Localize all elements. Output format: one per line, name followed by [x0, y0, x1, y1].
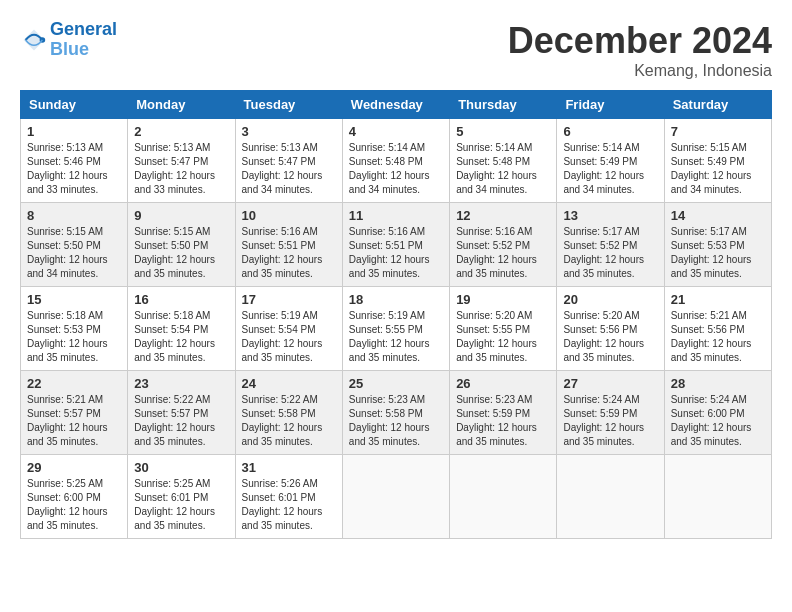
day-info: Sunrise: 5:18 AMSunset: 5:53 PMDaylight:… — [27, 309, 121, 365]
calendar-cell: 16 Sunrise: 5:18 AMSunset: 5:54 PMDaylig… — [128, 287, 235, 371]
calendar-cell — [342, 455, 449, 539]
calendar-week-4: 22 Sunrise: 5:21 AMSunset: 5:57 PMDaylig… — [21, 371, 772, 455]
day-info: Sunrise: 5:19 AMSunset: 5:55 PMDaylight:… — [349, 309, 443, 365]
calendar-cell — [557, 455, 664, 539]
day-info: Sunrise: 5:13 AMSunset: 5:47 PMDaylight:… — [134, 141, 228, 197]
day-info: Sunrise: 5:24 AMSunset: 6:00 PMDaylight:… — [671, 393, 765, 449]
day-number: 5 — [456, 124, 550, 139]
col-tuesday: Tuesday — [235, 91, 342, 119]
location: Kemang, Indonesia — [508, 62, 772, 80]
calendar-cell: 27 Sunrise: 5:24 AMSunset: 5:59 PMDaylig… — [557, 371, 664, 455]
day-info: Sunrise: 5:23 AMSunset: 5:59 PMDaylight:… — [456, 393, 550, 449]
day-number: 16 — [134, 292, 228, 307]
calendar-cell: 10 Sunrise: 5:16 AMSunset: 5:51 PMDaylig… — [235, 203, 342, 287]
calendar-cell: 21 Sunrise: 5:21 AMSunset: 5:56 PMDaylig… — [664, 287, 771, 371]
day-number: 14 — [671, 208, 765, 223]
col-thursday: Thursday — [450, 91, 557, 119]
day-number: 3 — [242, 124, 336, 139]
day-info: Sunrise: 5:16 AMSunset: 5:52 PMDaylight:… — [456, 225, 550, 281]
calendar-cell: 2 Sunrise: 5:13 AMSunset: 5:47 PMDayligh… — [128, 119, 235, 203]
page-header: General Blue December 2024 Kemang, Indon… — [20, 20, 772, 80]
day-number: 6 — [563, 124, 657, 139]
calendar-cell: 14 Sunrise: 5:17 AMSunset: 5:53 PMDaylig… — [664, 203, 771, 287]
calendar-cell: 25 Sunrise: 5:23 AMSunset: 5:58 PMDaylig… — [342, 371, 449, 455]
day-number: 13 — [563, 208, 657, 223]
calendar-cell: 20 Sunrise: 5:20 AMSunset: 5:56 PMDaylig… — [557, 287, 664, 371]
col-saturday: Saturday — [664, 91, 771, 119]
calendar-cell: 8 Sunrise: 5:15 AMSunset: 5:50 PMDayligh… — [21, 203, 128, 287]
logo: General Blue — [20, 20, 117, 60]
day-number: 11 — [349, 208, 443, 223]
day-number: 23 — [134, 376, 228, 391]
calendar-week-1: 1 Sunrise: 5:13 AMSunset: 5:46 PMDayligh… — [21, 119, 772, 203]
day-number: 22 — [27, 376, 121, 391]
day-info: Sunrise: 5:15 AMSunset: 5:50 PMDaylight:… — [27, 225, 121, 281]
day-number: 27 — [563, 376, 657, 391]
day-number: 28 — [671, 376, 765, 391]
calendar-cell: 24 Sunrise: 5:22 AMSunset: 5:58 PMDaylig… — [235, 371, 342, 455]
calendar-week-2: 8 Sunrise: 5:15 AMSunset: 5:50 PMDayligh… — [21, 203, 772, 287]
day-info: Sunrise: 5:25 AMSunset: 6:01 PMDaylight:… — [134, 477, 228, 533]
day-info: Sunrise: 5:25 AMSunset: 6:00 PMDaylight:… — [27, 477, 121, 533]
day-info: Sunrise: 5:13 AMSunset: 5:46 PMDaylight:… — [27, 141, 121, 197]
day-info: Sunrise: 5:24 AMSunset: 5:59 PMDaylight:… — [563, 393, 657, 449]
calendar-week-3: 15 Sunrise: 5:18 AMSunset: 5:53 PMDaylig… — [21, 287, 772, 371]
calendar-cell: 6 Sunrise: 5:14 AMSunset: 5:49 PMDayligh… — [557, 119, 664, 203]
day-info: Sunrise: 5:15 AMSunset: 5:49 PMDaylight:… — [671, 141, 765, 197]
calendar-cell: 26 Sunrise: 5:23 AMSunset: 5:59 PMDaylig… — [450, 371, 557, 455]
calendar-cell: 30 Sunrise: 5:25 AMSunset: 6:01 PMDaylig… — [128, 455, 235, 539]
header-row: Sunday Monday Tuesday Wednesday Thursday… — [21, 91, 772, 119]
month-title: December 2024 — [508, 20, 772, 62]
calendar-cell: 15 Sunrise: 5:18 AMSunset: 5:53 PMDaylig… — [21, 287, 128, 371]
day-info: Sunrise: 5:22 AMSunset: 5:58 PMDaylight:… — [242, 393, 336, 449]
day-info: Sunrise: 5:21 AMSunset: 5:57 PMDaylight:… — [27, 393, 121, 449]
col-sunday: Sunday — [21, 91, 128, 119]
day-number: 29 — [27, 460, 121, 475]
calendar-cell: 28 Sunrise: 5:24 AMSunset: 6:00 PMDaylig… — [664, 371, 771, 455]
calendar-cell: 4 Sunrise: 5:14 AMSunset: 5:48 PMDayligh… — [342, 119, 449, 203]
day-number: 8 — [27, 208, 121, 223]
day-number: 30 — [134, 460, 228, 475]
calendar-cell: 19 Sunrise: 5:20 AMSunset: 5:55 PMDaylig… — [450, 287, 557, 371]
day-number: 17 — [242, 292, 336, 307]
calendar-cell: 1 Sunrise: 5:13 AMSunset: 5:46 PMDayligh… — [21, 119, 128, 203]
day-number: 19 — [456, 292, 550, 307]
day-info: Sunrise: 5:14 AMSunset: 5:49 PMDaylight:… — [563, 141, 657, 197]
calendar-cell: 17 Sunrise: 5:19 AMSunset: 5:54 PMDaylig… — [235, 287, 342, 371]
day-number: 1 — [27, 124, 121, 139]
day-number: 9 — [134, 208, 228, 223]
calendar-cell: 12 Sunrise: 5:16 AMSunset: 5:52 PMDaylig… — [450, 203, 557, 287]
day-number: 20 — [563, 292, 657, 307]
day-info: Sunrise: 5:19 AMSunset: 5:54 PMDaylight:… — [242, 309, 336, 365]
logo-text: General Blue — [50, 20, 117, 60]
calendar-cell — [664, 455, 771, 539]
day-info: Sunrise: 5:14 AMSunset: 5:48 PMDaylight:… — [349, 141, 443, 197]
calendar-cell — [450, 455, 557, 539]
calendar-cell: 29 Sunrise: 5:25 AMSunset: 6:00 PMDaylig… — [21, 455, 128, 539]
calendar-cell: 22 Sunrise: 5:21 AMSunset: 5:57 PMDaylig… — [21, 371, 128, 455]
calendar-cell: 13 Sunrise: 5:17 AMSunset: 5:52 PMDaylig… — [557, 203, 664, 287]
calendar-cell: 11 Sunrise: 5:16 AMSunset: 5:51 PMDaylig… — [342, 203, 449, 287]
calendar-cell: 7 Sunrise: 5:15 AMSunset: 5:49 PMDayligh… — [664, 119, 771, 203]
calendar-week-5: 29 Sunrise: 5:25 AMSunset: 6:00 PMDaylig… — [21, 455, 772, 539]
day-number: 26 — [456, 376, 550, 391]
day-number: 31 — [242, 460, 336, 475]
day-number: 18 — [349, 292, 443, 307]
day-info: Sunrise: 5:20 AMSunset: 5:56 PMDaylight:… — [563, 309, 657, 365]
day-info: Sunrise: 5:16 AMSunset: 5:51 PMDaylight:… — [242, 225, 336, 281]
day-number: 25 — [349, 376, 443, 391]
col-monday: Monday — [128, 91, 235, 119]
day-info: Sunrise: 5:17 AMSunset: 5:52 PMDaylight:… — [563, 225, 657, 281]
day-info: Sunrise: 5:18 AMSunset: 5:54 PMDaylight:… — [134, 309, 228, 365]
day-info: Sunrise: 5:26 AMSunset: 6:01 PMDaylight:… — [242, 477, 336, 533]
day-number: 10 — [242, 208, 336, 223]
day-number: 2 — [134, 124, 228, 139]
day-info: Sunrise: 5:23 AMSunset: 5:58 PMDaylight:… — [349, 393, 443, 449]
calendar-cell: 9 Sunrise: 5:15 AMSunset: 5:50 PMDayligh… — [128, 203, 235, 287]
calendar-cell: 23 Sunrise: 5:22 AMSunset: 5:57 PMDaylig… — [128, 371, 235, 455]
day-info: Sunrise: 5:17 AMSunset: 5:53 PMDaylight:… — [671, 225, 765, 281]
day-info: Sunrise: 5:20 AMSunset: 5:55 PMDaylight:… — [456, 309, 550, 365]
calendar-table: Sunday Monday Tuesday Wednesday Thursday… — [20, 90, 772, 539]
title-section: December 2024 Kemang, Indonesia — [508, 20, 772, 80]
day-number: 24 — [242, 376, 336, 391]
